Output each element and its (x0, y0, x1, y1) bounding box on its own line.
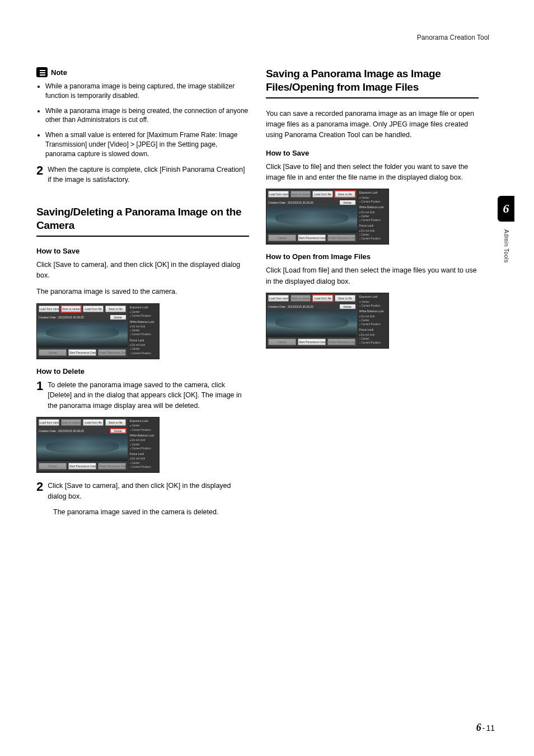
step-subtext: The panorama image saved in the camera i… (53, 507, 249, 518)
shot-opt: Center (359, 214, 386, 218)
page-number: 6-11 (476, 722, 495, 734)
shot-btn-load-file: Load from file (83, 306, 104, 312)
shot-btn-save-file: Save to file (335, 295, 355, 302)
shot-group-exposure: Exposure Lock (359, 295, 386, 299)
step-2-capture-complete: 2 When the capture is complete, click [F… (36, 165, 249, 186)
shot-group-exposure: Exposure Lock (130, 419, 157, 424)
note-label: Note (51, 68, 67, 77)
shot-btn-load-file: Load from file (312, 191, 333, 198)
shot-panorama-preview (37, 434, 128, 461)
note-icon (36, 67, 48, 77)
note-item: When a small value is entered for [Maxim… (45, 130, 249, 158)
shot-btn-save-camera: Save to camera (61, 419, 82, 426)
shot-opt: Current Position (130, 314, 157, 318)
paragraph: Click [Save to file] and then select the… (266, 162, 479, 184)
shot-group-wb: White Balance Lock (130, 320, 157, 325)
shot-btn-delete: Delete (340, 304, 355, 309)
shot-side-panel: Exposure Lock Center Current Position Wh… (128, 304, 159, 359)
shot-group-focus: Focus Lock (359, 328, 386, 332)
step-2-save-after-delete: 2 Click [Save to camera], and then click… (36, 481, 249, 502)
shot-creation-date: Creation Date : 2013/03/15 20:26:25 (39, 316, 84, 319)
screenshot-save-to-camera: Load from camera Save to camera Load fro… (36, 303, 160, 359)
subhead-how-to-delete: How to Delete (36, 367, 249, 375)
shot-opt: Current Position (359, 237, 386, 241)
note-item: While a panorama image is being captured… (45, 82, 249, 101)
shot-btn-finish: Finish Panorama Creation (98, 349, 126, 356)
step-text: To delete the panorama image saved to th… (48, 380, 249, 411)
paragraph: The panorama image is saved to the camer… (36, 287, 249, 297)
note-list: While a panorama image is being captured… (36, 82, 249, 159)
shot-creation-date: Creation Date : 2013/03/15 20:26:25 (268, 305, 313, 308)
note-heading: Note (36, 67, 249, 77)
shot-btn-cancel: Cancel (39, 349, 67, 356)
shot-opt: Do not lock (130, 325, 157, 328)
shot-btn-finish: Finish Panorama Creation (98, 463, 126, 469)
footer-sep: - (483, 724, 485, 732)
shot-opt: Current Position (359, 341, 386, 345)
footer-chapter: 6 (476, 722, 481, 733)
shot-btn-start: Start Panorama Creation (298, 339, 326, 345)
shot-panorama-preview (266, 310, 357, 337)
subhead-how-to-save: How to Save (36, 247, 249, 255)
shot-btn-load-camera: Load from camera (39, 306, 59, 312)
shot-opt: Do not lock (130, 457, 157, 461)
shot-btn-finish: Finish Panorama Creation (327, 234, 355, 241)
step-1-delete: 1 To delete the panorama image saved to … (36, 380, 249, 411)
section-save-open-files: Saving a Panorama Image as Image Files/O… (266, 67, 479, 98)
note-item: While a panorama image is being created,… (45, 106, 249, 125)
shot-panorama-preview (266, 206, 357, 233)
paragraph: Click [Save to camera], and then click [… (36, 260, 249, 281)
shot-side-panel: Exposure Lock Center Current Position Wh… (357, 293, 388, 348)
step-number: 1 (36, 380, 43, 411)
shot-group-focus: Focus Lock (130, 452, 157, 457)
subhead-how-to-open: How to Open from Image Files (266, 252, 479, 261)
shot-btn-load-file: Load from file (83, 419, 104, 426)
shot-btn-start: Start Panorama Creation (298, 234, 326, 241)
shot-btn-save-camera: Save to camera (291, 295, 311, 302)
shot-opt: Center (359, 233, 386, 237)
shot-opt: Current Position (130, 428, 157, 432)
step-number: 2 (36, 481, 43, 502)
shot-btn-save-camera: Save to camera (61, 306, 82, 312)
shot-opt: Current Position (130, 332, 157, 336)
shot-btn-save-file: Save to file (335, 191, 355, 198)
shot-btn-load-camera: Load from camera (268, 295, 289, 302)
shot-btn-cancel: Cancel (268, 339, 296, 345)
shot-btn-delete: Delete (110, 315, 126, 320)
shot-btn-load-file: Load from file (312, 295, 333, 302)
shot-opt: Do not lock (130, 343, 157, 347)
shot-opt: Current Position (130, 351, 157, 355)
shot-opt: Center (359, 300, 386, 304)
shot-opt: Do not lock (359, 229, 386, 233)
shot-opt: Do not lock (359, 210, 386, 214)
shot-opt: Current Position (130, 447, 157, 450)
shot-opt: Center (130, 328, 157, 332)
shot-opt: Center (130, 310, 157, 314)
shot-side-panel: Exposure Lock Center Current Position Wh… (357, 189, 388, 244)
chapter-tab: 6 (498, 196, 514, 222)
subhead-how-to-save-file: How to Save (266, 149, 479, 157)
shot-btn-start: Start Panorama Creation (68, 349, 96, 356)
footer-page: 11 (486, 724, 495, 732)
shot-opt: Do not lock (130, 438, 157, 442)
paragraph: You can save a recorded panorama image a… (266, 109, 479, 141)
shot-btn-load-camera: Load from camera (39, 419, 59, 426)
shot-side-panel: Exposure Lock Center Current Position Wh… (128, 417, 159, 472)
shot-group-focus: Focus Lock (359, 224, 386, 228)
shot-btn-cancel: Cancel (39, 463, 67, 469)
paragraph: Click [Load from file] and then select t… (266, 265, 479, 287)
shot-group-exposure: Exposure Lock (130, 306, 157, 310)
shot-opt: Current Position (359, 218, 386, 222)
chapter-label: Admin Tools (503, 229, 509, 263)
shot-opt: Center (359, 337, 386, 341)
screenshot-save-to-file: Load from camera Save to camera Load fro… (266, 189, 389, 245)
shot-btn-delete: Delete (340, 200, 355, 205)
shot-opt: Current Position (359, 200, 386, 204)
shot-btn-delete: Delete (110, 429, 126, 433)
shot-btn-save-file: Save to file (105, 306, 126, 312)
section-save-delete-camera: Saving/Deleting a Panorama Image on the … (36, 205, 249, 237)
shot-group-exposure: Exposure Lock (359, 191, 386, 195)
step-number: 2 (36, 165, 43, 186)
step-text: Click [Save to camera], and then click [… (48, 481, 249, 502)
shot-opt: Center (359, 196, 386, 200)
